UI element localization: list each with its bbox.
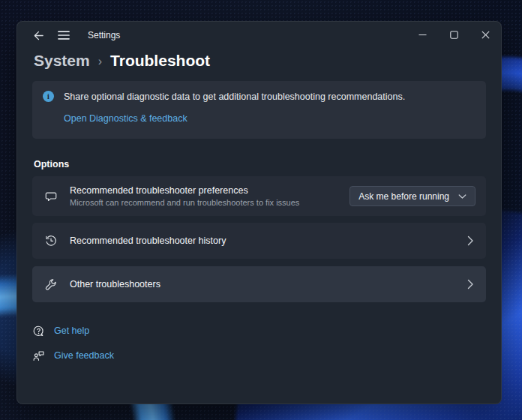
settings-window: Settings System › Troubleshoot	[16, 21, 502, 404]
row-title: Recommended troubleshooter preferences	[70, 185, 299, 196]
preference-dropdown[interactable]: Ask me before running	[350, 186, 476, 206]
minimize-icon	[418, 31, 427, 39]
titlebar: Settings	[17, 22, 501, 49]
maximize-icon	[450, 31, 458, 39]
row-subtitle: Microsoft can recommend and run troubles…	[70, 198, 299, 207]
comment-bubble-icon	[44, 190, 58, 203]
get-help-icon	[32, 325, 45, 338]
history-icon	[44, 234, 58, 248]
row-title: Other troubleshooters	[70, 279, 160, 290]
get-help-link[interactable]: Get help	[32, 323, 89, 338]
get-help-label: Get help	[54, 326, 89, 336]
minimize-button[interactable]	[406, 22, 438, 47]
other-troubleshooters-row[interactable]: Other troubleshooters	[32, 266, 486, 302]
page-title: Troubleshoot	[110, 52, 210, 70]
footer-links: Get help Give feedback	[32, 323, 486, 363]
breadcrumb-separator: ›	[98, 53, 102, 68]
diagnostics-banner: i Share optional diagnostic data to get …	[32, 81, 486, 139]
row-title: Recommended troubleshooter history	[70, 236, 226, 246]
give-feedback-icon	[32, 350, 45, 362]
open-diagnostics-feedback-link[interactable]: Open Diagnostics & feedback	[64, 113, 188, 124]
hamburger-icon	[58, 30, 70, 40]
breadcrumb-system[interactable]: System	[34, 52, 90, 70]
chevron-down-icon	[458, 194, 466, 200]
info-icon: i	[43, 91, 54, 102]
page-content: i Share optional diagnostic data to get …	[17, 81, 501, 363]
close-button[interactable]	[470, 22, 501, 47]
window-caption-controls	[406, 22, 501, 47]
back-button[interactable]	[28, 25, 49, 46]
row-text: Other troubleshooters	[70, 279, 160, 290]
banner-message: Share optional diagnostic data to get ad…	[64, 92, 405, 102]
give-feedback-link[interactable]: Give feedback	[32, 348, 114, 363]
banner-message-row: i Share optional diagnostic data to get …	[43, 91, 474, 102]
wrench-icon	[44, 278, 58, 291]
maximize-button[interactable]	[438, 22, 470, 47]
troubleshooter-history-row[interactable]: Recommended troubleshooter history	[32, 223, 486, 259]
preference-dropdown-value: Ask me before running	[358, 191, 449, 202]
back-arrow-icon	[33, 30, 44, 41]
row-text: Recommended troubleshooter history	[70, 236, 226, 246]
app-title: Settings	[88, 30, 120, 40]
chevron-right-icon	[467, 279, 474, 290]
breadcrumb: System › Troubleshoot	[34, 52, 501, 70]
chevron-right-icon	[467, 236, 474, 246]
troubleshooter-preferences-row: Recommended troubleshooter preferences M…	[32, 176, 486, 216]
row-text: Recommended troubleshooter preferences M…	[70, 185, 299, 207]
give-feedback-label: Give feedback	[54, 350, 114, 361]
options-section-label: Options	[34, 159, 486, 170]
close-icon	[482, 31, 490, 39]
nav-menu-button[interactable]	[53, 25, 74, 46]
